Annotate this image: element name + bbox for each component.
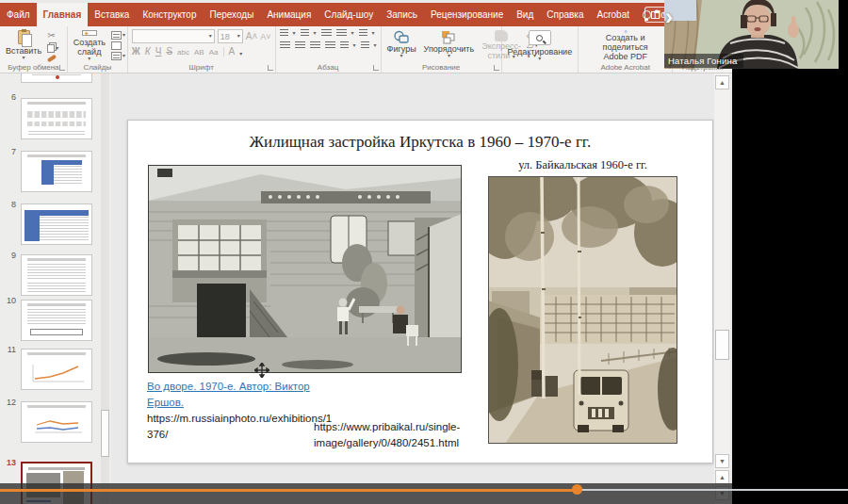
- bold-button[interactable]: Ж: [132, 46, 140, 57]
- tab-insert[interactable]: Вставка: [88, 3, 136, 26]
- tab-acrobat[interactable]: Acrobat: [591, 3, 636, 26]
- slide-thumbnail-7[interactable]: [21, 151, 92, 192]
- tab-animations[interactable]: Анимация: [260, 3, 318, 26]
- tab-review[interactable]: Рецензирование: [424, 3, 510, 26]
- slide-thumbnail-6[interactable]: [21, 98, 92, 139]
- search-icon[interactable]: [529, 30, 551, 45]
- photo-caption: ул. Байкальская 1960-е гг.: [488, 158, 677, 172]
- change-case-button[interactable]: Аа: [209, 48, 219, 57]
- powerpoint-window: Файл Главная Вставка Конструктор Переход…: [0, 0, 732, 504]
- align-center-button[interactable]: [295, 41, 305, 50]
- layout-button[interactable]: ▾: [111, 31, 125, 40]
- tab-home[interactable]: Главная: [37, 3, 89, 26]
- editor-scrollbar[interactable]: ▲ ▼ ▲ ▼: [714, 73, 730, 504]
- tab-transitions[interactable]: Переходы: [203, 3, 260, 26]
- tab-view[interactable]: Вид: [510, 3, 540, 26]
- seek-progress[interactable]: [0, 489, 577, 492]
- font-color-button[interactable]: А: [229, 46, 236, 57]
- slide-thumbnail-5-partial[interactable]: [21, 73, 92, 83]
- group-label-font: Шрифт: [128, 63, 275, 72]
- create-pdf-button[interactable]: Создать и поделиться Adobe PDF: [582, 29, 668, 62]
- slide-number: 8: [2, 200, 16, 209]
- group-label-acrobat: Adobe Acrobat: [579, 63, 672, 72]
- brush-icon: [47, 54, 57, 62]
- source-url-2-line1: https://www.pribaikal.ru/single-: [314, 419, 460, 435]
- dialog-launcher-icon[interactable]: [268, 65, 273, 71]
- font-size-combo[interactable]: 18▾: [218, 29, 243, 43]
- video-frame: Файл Главная Вставка Конструктор Переход…: [0, 0, 848, 504]
- photo-courtyard[interactable]: [148, 165, 462, 373]
- slide-thumbnail-panel: 6 7 8 9: [0, 73, 111, 504]
- font-size-value: 18: [220, 32, 230, 41]
- copy-button[interactable]: ▾: [47, 44, 58, 53]
- new-slide-button[interactable]: Создать слайд ▾: [72, 29, 107, 62]
- source-url-2-line2: image/gallery/0/480/2451.html: [314, 435, 460, 451]
- paste-icon: [18, 30, 30, 44]
- section-button[interactable]: ▾: [111, 52, 125, 60]
- tab-design[interactable]: Конструктор: [136, 3, 203, 26]
- new-slide-label: Создать слайд: [73, 38, 106, 57]
- convert-smartart-button[interactable]: [361, 41, 369, 50]
- slide-number: 9: [2, 251, 16, 260]
- shrink-font-button[interactable]: А˅: [260, 32, 270, 41]
- previous-slide-button[interactable]: ▲: [715, 470, 729, 484]
- chevron-down-icon: ▾: [23, 56, 25, 60]
- scroll-up-button[interactable]: ▲: [715, 75, 729, 89]
- slide-canvas[interactable]: Жилищная застройка Иркутска в 1960 – 197…: [127, 120, 713, 463]
- sidebar-scrollbar-thumb[interactable]: [101, 410, 109, 457]
- photo-street[interactable]: [488, 176, 677, 444]
- clear-formatting-button[interactable]: abc: [177, 48, 189, 57]
- line-spacing-button[interactable]: [336, 29, 347, 38]
- strikethrough-button[interactable]: S: [166, 46, 172, 57]
- editing-button[interactable]: Редактирование ▾: [506, 29, 575, 62]
- slide-number: 12: [2, 398, 16, 407]
- indent-decrease-button[interactable]: [321, 29, 332, 38]
- tab-record[interactable]: Запись: [380, 3, 424, 26]
- grow-font-button[interactable]: А˄: [246, 31, 258, 41]
- numbering-button[interactable]: [301, 29, 309, 38]
- tab-slideshow[interactable]: Слайд-шоу: [318, 3, 380, 26]
- tab-help[interactable]: Справка: [540, 3, 590, 26]
- underline-button[interactable]: Ч: [155, 46, 162, 57]
- italic-button[interactable]: К: [145, 46, 151, 57]
- dialog-launcher-icon[interactable]: [494, 65, 499, 71]
- source-url-1-line1: https://m.russiainphoto.ru/exhibitions/1: [147, 411, 332, 427]
- align-left-button[interactable]: [280, 41, 290, 50]
- group-drawing: Фигуры ▾ Упорядочить ▾ Экспресс- стили ▾: [382, 26, 502, 73]
- arrange-button[interactable]: Упорядочить ▾: [422, 29, 477, 62]
- layout-icon: [111, 31, 122, 40]
- slide-thumbnail-12[interactable]: [21, 401, 92, 443]
- character-spacing-button[interactable]: АВ: [194, 48, 204, 57]
- cut-button[interactable]: ✂: [47, 31, 58, 41]
- section-icon: [111, 52, 122, 60]
- scrollbar-thumb[interactable]: [715, 330, 729, 360]
- scroll-down-button[interactable]: ▼: [715, 454, 729, 468]
- group-editing: Редактирование ▾: [502, 26, 579, 73]
- justify-button[interactable]: [325, 41, 335, 50]
- reset-button[interactable]: [111, 41, 125, 50]
- format-painter-button[interactable]: [47, 57, 58, 60]
- tab-file[interactable]: Файл: [0, 3, 37, 26]
- source-links: Во дворе. 1970-е. Автор: Виктор Ершов. h…: [147, 379, 332, 443]
- slide-thumbnail-9[interactable]: [21, 254, 92, 296]
- font-name-combo[interactable]: ▾: [132, 29, 215, 43]
- group-adobe-acrobat: Создать и поделиться Adobe PDF Adobe Acr…: [579, 26, 673, 73]
- text-direction-button[interactable]: [359, 29, 367, 38]
- photo-source-link[interactable]: Во дворе. 1970-е. Автор: Виктор: [147, 381, 310, 392]
- dialog-launcher-icon[interactable]: [373, 65, 379, 71]
- paste-button[interactable]: Вставить ▾: [4, 29, 43, 62]
- shapes-button[interactable]: Фигуры ▾: [385, 29, 418, 62]
- bullets-button[interactable]: [280, 29, 288, 38]
- photo-source-link[interactable]: Ершов.: [147, 397, 184, 408]
- collapse-video-arrow-icon[interactable]: ›: [665, 6, 673, 28]
- align-right-button[interactable]: [310, 41, 320, 50]
- seek-playhead[interactable]: [572, 484, 582, 495]
- slide-number: 11: [2, 345, 16, 354]
- slide-editor-area: Жилищная застройка Иркутска в 1960 – 197…: [111, 73, 713, 504]
- dialog-launcher-icon[interactable]: [59, 65, 65, 71]
- slide-thumbnail-8[interactable]: [21, 203, 92, 245]
- webcam-video[interactable]: › Наталья Гонина: [664, 0, 839, 69]
- columns-button[interactable]: [340, 41, 349, 50]
- slide-thumbnail-11[interactable]: [21, 349, 92, 390]
- slide-thumbnail-10[interactable]: [21, 300, 92, 341]
